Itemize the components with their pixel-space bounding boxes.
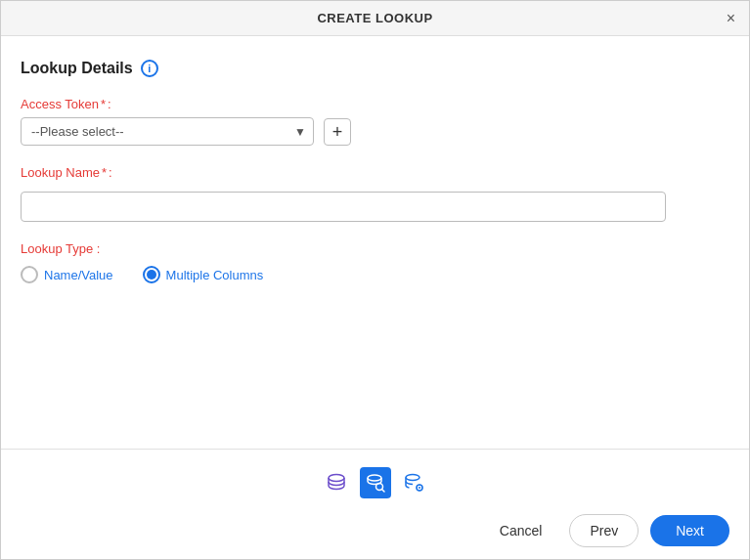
lookup-name-input[interactable]	[21, 192, 666, 222]
search-database-icon[interactable]	[360, 467, 391, 498]
database-icon[interactable]	[321, 467, 352, 498]
dialog-header: CREATE LOOKUP ×	[1, 1, 749, 36]
footer-icons	[21, 459, 729, 506]
section-title: Lookup Details i	[21, 60, 729, 77]
access-token-row: --Please select-- ▼ +	[21, 117, 729, 146]
create-lookup-dialog: CREATE LOOKUP × Lookup Details i Access …	[0, 0, 750, 560]
info-icon[interactable]: i	[141, 60, 158, 77]
access-token-select[interactable]: --Please select--	[21, 117, 314, 146]
lookup-type-radio-group: Name/Value Multiple Columns	[21, 266, 729, 283]
access-token-label: Access Token * :	[21, 97, 729, 111]
access-token-select-wrapper: --Please select-- ▼	[21, 117, 314, 146]
close-button[interactable]: ×	[727, 11, 735, 26]
section-title-text: Lookup Details	[21, 60, 133, 77]
dialog-body: Lookup Details i Access Token * : --Plea…	[1, 36, 749, 449]
radio-multiple-columns[interactable]: Multiple Columns	[143, 266, 264, 283]
radio-circle-name-value	[21, 266, 38, 283]
radio-name-value[interactable]: Name/Value	[21, 266, 113, 283]
lookup-name-label: Lookup Name * :	[21, 165, 729, 180]
svg-point-4	[406, 475, 419, 481]
prev-button[interactable]: Prev	[569, 514, 639, 547]
lookup-type-label: Lookup Type :	[21, 241, 729, 256]
lookup-name-field: Lookup Name * :	[21, 165, 729, 222]
svg-line-3	[381, 490, 384, 493]
dialog-title: CREATE LOOKUP	[317, 11, 432, 25]
footer-buttons: Cancel Prev Next	[21, 506, 729, 549]
svg-point-1	[368, 475, 381, 481]
database-settings-icon[interactable]	[399, 467, 430, 498]
svg-point-6	[419, 487, 420, 489]
next-button[interactable]: Next	[650, 515, 729, 546]
radio-label-multiple-columns: Multiple Columns	[166, 268, 264, 282]
svg-point-0	[329, 475, 344, 482]
lookup-type-field: Lookup Type : Name/Value Multiple Column…	[21, 241, 729, 283]
radio-label-name-value: Name/Value	[44, 268, 113, 282]
cancel-button[interactable]: Cancel	[484, 515, 558, 546]
access-token-field: Access Token * : --Please select-- ▼ +	[21, 97, 729, 146]
add-token-button[interactable]: +	[324, 118, 351, 146]
dialog-footer: Cancel Prev Next	[1, 449, 749, 559]
radio-circle-multiple-columns	[143, 266, 160, 283]
